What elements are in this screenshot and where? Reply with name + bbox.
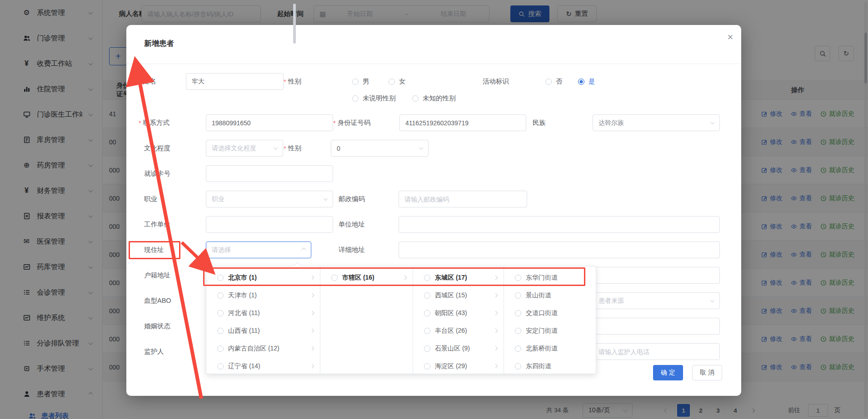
cascader-option-label: 石景山区 (9) xyxy=(435,345,489,353)
gender-label: *性别 xyxy=(284,73,301,90)
occupation-select[interactable]: 职业 xyxy=(206,191,333,207)
cascader-option[interactable]: 东城区 (17) xyxy=(413,269,504,286)
cascader-option[interactable]: 安定门街道 xyxy=(504,322,596,340)
ethnicity-select[interactable]: 达斡尔族 xyxy=(593,114,720,131)
chevron-down-icon xyxy=(710,120,715,124)
cascader-option[interactable]: 景山街道 xyxy=(504,286,596,304)
close-icon[interactable]: × xyxy=(723,30,737,44)
radio-icon xyxy=(217,363,224,370)
cascader-option[interactable]: 北新桥街道 xyxy=(504,340,596,357)
visit-card-input[interactable] xyxy=(206,165,333,182)
radio-checked-icon xyxy=(578,79,584,85)
name-input[interactable] xyxy=(186,73,284,90)
cascader-option-label: 北京市 (1) xyxy=(228,274,306,282)
current-address-label: 现住址 xyxy=(144,242,164,258)
cascader-option-label: 景山街道 xyxy=(526,291,590,300)
detail-address-input[interactable] xyxy=(399,242,720,258)
address-cascader-dropdown: 北京市 (1)天津市 (1)河北省 (11)山西省 (11)内蒙古自治区 (12… xyxy=(206,266,596,374)
cascader-option[interactable]: 丰台区 (26) xyxy=(413,322,504,340)
active-flag-option-no[interactable]: 否 xyxy=(545,73,563,90)
cascader-scrollbar-thumb[interactable] xyxy=(293,4,296,44)
work-unit-label: 工作单位 xyxy=(144,216,170,233)
cascader-option-label: 东华门街道 xyxy=(526,274,590,282)
radio-icon xyxy=(217,310,224,316)
occupation-label: 职业 xyxy=(144,191,157,207)
chevron-right-icon xyxy=(310,346,314,351)
chevron-right-icon xyxy=(403,276,407,280)
work-unit-input[interactable] xyxy=(206,216,333,233)
contact-input[interactable] xyxy=(206,114,333,131)
unit-address-input[interactable] xyxy=(399,216,720,233)
guardian-phone-input[interactable] xyxy=(593,343,720,360)
required-star: * xyxy=(139,78,141,85)
id-number-label: *身份证号码 xyxy=(333,114,370,131)
chevron-right-icon xyxy=(494,276,498,280)
chevron-right-icon xyxy=(310,276,314,280)
active-flag-option-yes[interactable]: 是 xyxy=(578,73,595,90)
cascader-option[interactable]: 天津市 (1) xyxy=(206,286,320,304)
confirm-button[interactable]: 确 定 xyxy=(653,365,683,380)
cascader-option-label: 安定门街道 xyxy=(526,327,590,335)
radio-icon xyxy=(424,363,430,370)
unit-address-label: 单位地址 xyxy=(339,216,365,233)
cascader-option[interactable]: 东四街道 xyxy=(504,357,596,374)
cascader-option[interactable]: 河北省 (11) xyxy=(206,304,320,322)
household-address-label: 户籍地址 xyxy=(144,267,170,284)
chevron-right-icon xyxy=(310,311,314,315)
radio-icon xyxy=(424,310,430,316)
chevron-right-icon xyxy=(494,311,498,315)
cascader-column-3: 东城区 (17)西城区 (15)朝阳区 (43)丰台区 (26)石景山区 (9)… xyxy=(413,266,504,374)
radio-icon xyxy=(424,275,430,281)
radio-icon xyxy=(352,95,359,102)
cascader-option[interactable]: 西城区 (15) xyxy=(413,286,504,304)
cascader-option-label: 辽宁省 (14) xyxy=(228,362,306,370)
gender-option-female[interactable]: 女 xyxy=(389,73,406,90)
education-select[interactable]: 请选择文化程度 xyxy=(206,140,283,157)
radio-icon xyxy=(515,310,521,316)
chevron-right-icon xyxy=(310,329,314,333)
radio-icon xyxy=(424,345,430,352)
cascader-option-label: 东四街道 xyxy=(526,362,590,370)
chevron-down-icon xyxy=(710,298,715,302)
cascader-option[interactable]: 海淀区 (29) xyxy=(413,357,504,374)
radio-icon xyxy=(331,275,338,281)
cascader-option[interactable]: 朝阳区 (43) xyxy=(413,304,504,322)
gender-option-male[interactable]: 男 xyxy=(352,73,369,90)
cascader-option[interactable]: 东华门街道 xyxy=(504,269,596,286)
chevron-right-icon xyxy=(494,346,498,351)
radio-icon xyxy=(217,275,224,281)
ethnicity-label: 民族 xyxy=(533,114,546,131)
gender-code-select[interactable]: 0 xyxy=(331,140,429,157)
modal-title: 新增患者 xyxy=(144,39,174,49)
cascader-option-label: 河北省 (11) xyxy=(228,309,306,317)
cascader-option[interactable]: 内蒙古自治区 (12) xyxy=(206,340,320,357)
modal-divider xyxy=(126,64,741,64)
active-flag-label: 活动标识 xyxy=(483,73,509,90)
radio-icon xyxy=(424,292,430,299)
required-star: * xyxy=(284,145,286,152)
cascader-option-label: 交道口街道 xyxy=(526,309,590,317)
current-address-select[interactable]: 请选择 xyxy=(206,242,311,258)
radio-icon xyxy=(515,345,521,352)
cascader-option[interactable]: 北京市 (1) xyxy=(206,269,320,286)
gender-option-unknown[interactable]: 未知的性别 xyxy=(412,90,456,107)
radio-icon xyxy=(545,79,552,85)
radio-icon xyxy=(412,95,419,102)
cascader-option[interactable]: 交道口街道 xyxy=(504,304,596,322)
cascader-option-label: 内蒙古自治区 (12) xyxy=(228,345,306,353)
cascader-option[interactable]: 市辖区 (16) xyxy=(320,269,413,286)
cascader-option[interactable]: 辽宁省 (14) xyxy=(206,357,320,374)
cascader-column-1: 北京市 (1)天津市 (1)河北省 (11)山西省 (11)内蒙古自治区 (12… xyxy=(206,266,320,374)
radio-icon xyxy=(515,363,521,370)
cascader-option-label: 朝阳区 (43) xyxy=(435,309,489,317)
id-number-input[interactable] xyxy=(399,114,526,131)
gender-code-label: *性别 xyxy=(284,140,301,157)
cascader-option[interactable]: 山西省 (11) xyxy=(206,322,320,340)
gender-option-unstated[interactable]: 未说明性别 xyxy=(352,90,396,107)
patient-source-select[interactable]: 患者来源 xyxy=(593,292,720,309)
cascader-option-label: 山西省 (11) xyxy=(228,327,306,335)
cascader-option[interactable]: 石景山区 (9) xyxy=(413,340,504,357)
cancel-button[interactable]: 取 消 xyxy=(692,365,722,380)
postal-code-input[interactable] xyxy=(399,191,527,207)
radio-icon xyxy=(515,275,521,281)
